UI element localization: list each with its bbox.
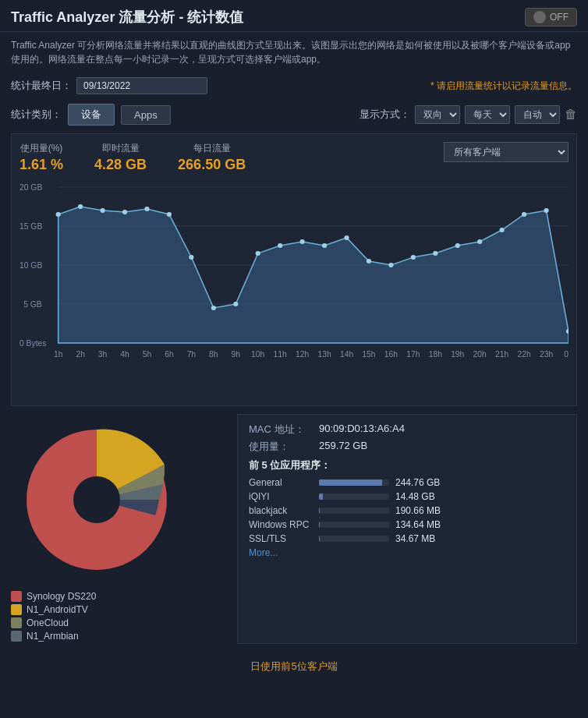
legend-color-onecloud (11, 617, 22, 628)
svg-text:10 GB: 10 GB (19, 261, 43, 270)
svg-text:0h: 0h (564, 350, 569, 359)
stats-date-input[interactable] (76, 77, 207, 94)
pie-section: Synology DS220 N1_AndroidTV OneCloud N1_… (11, 414, 229, 644)
svg-point-12 (100, 208, 104, 213)
app-bar-blackjack (319, 508, 320, 514)
tab-device[interactable]: 设备 (68, 104, 115, 126)
svg-text:7h: 7h (187, 350, 196, 359)
svg-text:13h: 13h (317, 350, 331, 359)
legend-label-armbian: N1_Armbian (27, 631, 79, 642)
svg-text:15 GB: 15 GB (19, 222, 43, 231)
app-size-ssltls: 34.67 MB (395, 533, 435, 544)
app-row-windowsrpc: Windows RPC 134.64 MB (249, 519, 565, 530)
app-name-ssltls: SSL/TLS (249, 533, 319, 544)
svg-point-27 (433, 251, 437, 256)
app-row-blackjack: blackjack 190.66 MB (249, 505, 565, 516)
legend-label-synology: Synology DS220 (27, 591, 96, 602)
svg-text:20h: 20h (473, 350, 487, 359)
svg-point-29 (477, 239, 482, 244)
svg-text:5h: 5h (143, 350, 151, 359)
svg-text:15h: 15h (362, 350, 375, 359)
client-select[interactable]: 所有客户端 (444, 142, 569, 162)
svg-text:18h: 18h (429, 350, 442, 359)
more-link[interactable]: More... (249, 547, 565, 558)
svg-text:16h: 16h (384, 350, 398, 359)
svg-point-17 (211, 306, 216, 310)
svg-text:3h: 3h (98, 350, 107, 359)
usage-label: 使用量(%) (19, 142, 63, 155)
legend-item-onecloud[interactable]: OneCloud (11, 617, 229, 628)
usage-stat: 使用量(%) 1.61 % (19, 142, 63, 173)
app-name-iqiyi: iQIYI (249, 491, 319, 502)
app-bar-wrap-general (319, 479, 389, 486)
legend-item-synology[interactable]: Synology DS220 (11, 591, 229, 602)
svg-point-20 (278, 243, 282, 248)
svg-text:1h: 1h (54, 350, 62, 359)
daily-label: 每日流量 (178, 142, 246, 155)
app-row-iqiyi: iQIYI 14.48 GB (249, 491, 565, 502)
daily-value: 266.50 GB (178, 157, 246, 173)
svg-text:2h: 2h (76, 350, 84, 359)
svg-point-59 (73, 476, 120, 523)
app-row-ssltls: SSL/TLS 34.67 MB (249, 533, 565, 544)
app-bar-general (319, 479, 382, 486)
app-name-general: General (249, 477, 319, 488)
legend-color-androidtv (11, 604, 22, 615)
bottom-section: Synology DS220 N1_AndroidTV OneCloud N1_… (11, 414, 577, 644)
svg-text:9h: 9h (232, 350, 240, 359)
svg-text:20 GB: 20 GB (19, 183, 43, 192)
app-size-general: 244.76 GB (395, 477, 440, 488)
page-title: Traffic Analyzer 流量分析 - 统计数值 (11, 8, 243, 27)
period-select[interactable]: 每天每月每年 (465, 105, 510, 124)
realtime-label: 即时流量 (94, 142, 147, 155)
legend-label-onecloud: OneCloud (27, 617, 69, 628)
svg-point-32 (544, 208, 548, 213)
direction-select[interactable]: 双向上传下载 (415, 105, 460, 124)
delete-icon[interactable]: 🗑 (565, 108, 577, 122)
toggle-label: OFF (550, 12, 569, 23)
svg-point-31 (522, 212, 526, 217)
chart-area: 使用量(%) 1.61 % 即时流量 4.28 GB 每日流量 266.50 G… (11, 133, 577, 406)
app-bar-wrap-iqiyi (319, 493, 389, 500)
display-label: 显示方式： (360, 108, 410, 122)
svg-point-26 (411, 255, 416, 260)
legend-color-synology (11, 591, 22, 602)
legend-label-androidtv: N1_AndroidTV (27, 604, 88, 615)
svg-text:11h: 11h (274, 350, 287, 359)
toggle-button[interactable]: OFF (525, 8, 577, 27)
enable-warning: * 请启用流量统计以记录流量信息。 (430, 80, 577, 93)
svg-text:12h: 12h (296, 350, 309, 359)
svg-text:6h: 6h (165, 350, 173, 359)
svg-point-14 (144, 207, 149, 211)
mac-row: MAC 地址： 90:09:D0:13:A6:A4 (249, 423, 565, 437)
app-size-iqiyi: 14.48 GB (395, 491, 435, 502)
usage-row: 使用量： 259.72 GB (249, 440, 565, 454)
tab-apps[interactable]: Apps (121, 105, 171, 125)
legend-item-androidtv[interactable]: N1_AndroidTV (11, 604, 229, 615)
legend-item-armbian[interactable]: N1_Armbian (11, 631, 229, 642)
app-bar-iqiyi (319, 493, 323, 500)
mac-key: MAC 地址： (249, 423, 319, 437)
app-name-windowsrpc: Windows RPC (249, 519, 319, 530)
svg-point-15 (167, 212, 172, 217)
app-row-general: General 244.76 GB (249, 477, 565, 488)
svg-point-18 (233, 302, 238, 306)
app-size-blackjack: 190.66 MB (395, 505, 441, 516)
svg-text:8h: 8h (209, 350, 218, 359)
footer-link[interactable]: 日使用前5位客户端 (0, 652, 588, 681)
svg-point-19 (256, 251, 260, 256)
legend: Synology DS220 N1_AndroidTV OneCloud N1_… (11, 591, 229, 642)
mac-value: 90:09:D0:13:A6:A4 (319, 423, 405, 437)
client-select-wrap: 所有客户端 (444, 142, 569, 162)
svg-text:21h: 21h (495, 350, 508, 359)
svg-point-25 (388, 263, 393, 267)
display-controls: 显示方式： 双向上传下载 每天每月每年 自动手动 🗑 (360, 105, 577, 124)
pie-chart (11, 414, 182, 585)
header: Traffic Analyzer 流量分析 - 统计数值 OFF (0, 0, 588, 32)
usage-value: 259.72 GB (319, 440, 367, 454)
svg-point-11 (78, 204, 83, 209)
scale-select[interactable]: 自动手动 (515, 105, 560, 124)
chart-svg: 20 GB 15 GB 10 GB 5 GB 0 Bytes 1h2h3h4h5… (19, 179, 569, 398)
toggle-circle (533, 11, 546, 23)
realtime-value: 4.28 GB (94, 157, 147, 173)
